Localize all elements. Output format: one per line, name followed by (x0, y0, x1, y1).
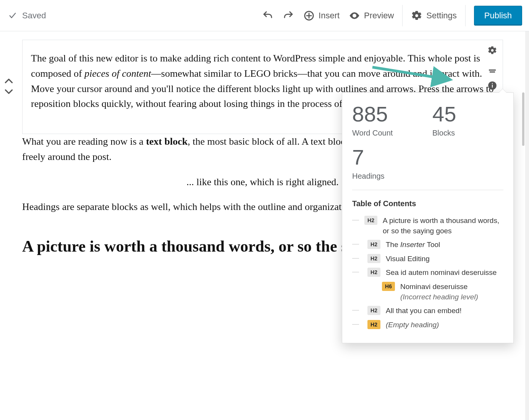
toc-dash: — (352, 268, 362, 276)
word-count-label: Word Count (352, 129, 398, 137)
toc-list: —H2A picture is worth a thousand words, … (352, 216, 503, 330)
p1-em: pieces of content (84, 68, 151, 79)
toc-item[interactable]: —H2All that you can embed! (352, 306, 503, 316)
word-count-value: 885 (352, 103, 398, 125)
stat-headings: 7 Headings (352, 147, 398, 181)
move-down-button[interactable] (4, 88, 14, 95)
toc-item-text: All that you can embed! (386, 306, 462, 316)
block-mover (4, 77, 14, 95)
blocks-value: 45 (432, 103, 478, 125)
toc-item-text: Nominavi deseruisse(Incorrect heading le… (400, 282, 478, 302)
svg-rect-8 (492, 83, 493, 84)
heading-level-badge: H2 (367, 306, 380, 315)
headings-value: 7 (352, 147, 398, 168)
blocks-label: Blocks (432, 129, 478, 137)
stat-word-count: 885 Word Count (352, 103, 398, 137)
preview-button[interactable]: Preview (349, 10, 394, 21)
heading-level-badge: H2 (364, 216, 377, 225)
toc-dash: — (352, 240, 362, 248)
toc-title: Table of Contents (352, 199, 503, 208)
insert-label: Insert (319, 11, 340, 21)
toc-item[interactable]: —H2Sea id autem nominavi deseruisse (352, 268, 503, 278)
toc-dash: — (352, 306, 362, 314)
toc-item[interactable]: —H2A picture is worth a thousand words, … (352, 216, 503, 236)
heading-level-badge: H2 (367, 268, 380, 277)
svg-point-3 (354, 15, 356, 16)
heading-level-badge: H2 (367, 240, 380, 249)
heading-level-badge: H6 (382, 282, 395, 291)
editor-toolbar: Saved Insert Preview Settings Publish (0, 0, 529, 31)
settings-button[interactable]: Settings (411, 10, 457, 21)
toc-item[interactable]: —H2The Inserter Tool (352, 240, 503, 250)
headings-label: Headings (352, 172, 398, 181)
saved-label: Saved (22, 11, 46, 21)
toc-item[interactable]: —H2(Empty heading) (352, 320, 503, 330)
toc-dash: — (352, 216, 359, 224)
toc-dash: — (352, 320, 362, 328)
move-up-button[interactable] (4, 77, 14, 85)
toc-item-text: The Inserter Tool (386, 240, 440, 250)
toc-item[interactable]: —H6Nominavi deseruisse(Incorrect heading… (352, 282, 503, 302)
insert-button[interactable]: Insert (303, 10, 340, 21)
stat-blocks: 45 Blocks (432, 103, 478, 137)
toc-item[interactable]: —H2Visual Editing (352, 254, 503, 264)
p2-a: What you are reading now is a (22, 136, 146, 147)
heading-level-badge: H2 (367, 254, 380, 263)
settings-label: Settings (426, 11, 457, 21)
toc-item-text: A picture is worth a thousand words, or … (383, 216, 503, 236)
saved-check-icon (8, 11, 17, 20)
toc-item-text: (Empty heading) (386, 320, 439, 330)
publish-button[interactable]: Publish (474, 6, 522, 26)
redo-button[interactable] (283, 10, 294, 21)
block-side-toolbar (487, 45, 497, 95)
preview-label: Preview (364, 11, 394, 21)
undo-button[interactable] (262, 10, 273, 21)
toc-item-text: Visual Editing (386, 254, 430, 264)
editor-canvas: The goal of this new editor is to make a… (0, 31, 529, 420)
svg-rect-5 (490, 71, 495, 73)
heading-level-badge: H2 (367, 320, 380, 329)
document-info-popover: 885 Word Count 45 Blocks 7 Headings Tabl… (342, 92, 514, 343)
svg-rect-4 (489, 69, 496, 71)
block-delete-button[interactable] (487, 62, 497, 78)
svg-rect-7 (492, 84, 493, 87)
p2-strong: text block (146, 136, 188, 147)
divider (352, 190, 503, 190)
block-settings-button[interactable] (487, 45, 497, 60)
toc-item-text: Sea id autem nominavi deseruisse (386, 268, 497, 278)
toc-dash: — (352, 254, 362, 262)
